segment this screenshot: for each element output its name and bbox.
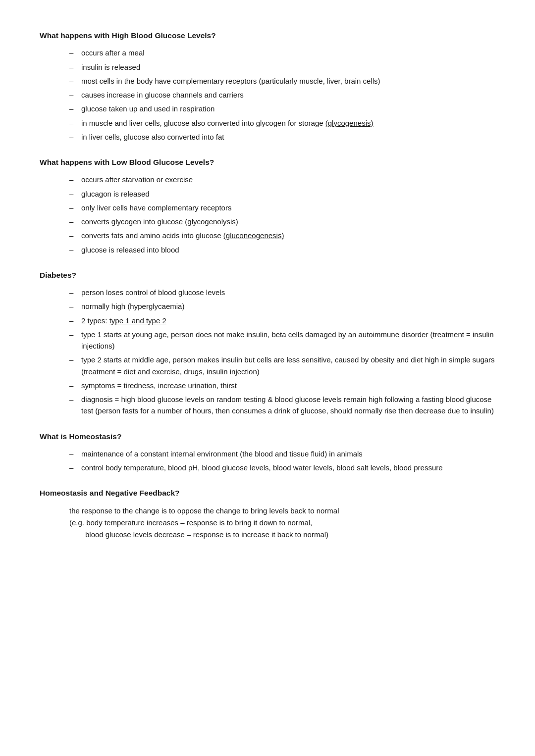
list-item: glucagon is released [69, 188, 495, 200]
high-blood-glucose-section: What happens with High Blood Glucose Lev… [40, 30, 495, 143]
list-item: causes increase in glucose channels and … [69, 89, 495, 101]
list-item: maintenance of a constant internal envir… [69, 448, 495, 459]
list-item: type 2 starts at middle age, person make… [69, 354, 495, 377]
list-item: diagnosis = high blood glucose levels on… [69, 394, 495, 417]
negative-feedback-heading: Homeostasis and Negative Feedback? [40, 487, 495, 499]
negative-feedback-section: Homeostasis and Negative Feedback? the r… [40, 487, 495, 540]
list-item: insulin is released [69, 61, 495, 73]
negative-feedback-line1: the response to the change is to oppose … [69, 505, 495, 517]
high-blood-glucose-heading: What happens with High Blood Glucose Lev… [40, 30, 495, 41]
list-item: glucose taken up and used in respiration [69, 103, 495, 114]
low-blood-glucose-list: occurs after starvation or exercise gluc… [40, 174, 495, 255]
diabetes-section: Diabetes? person loses control of blood … [40, 269, 495, 417]
list-item: converts glycogen into glucose (glycogen… [69, 216, 495, 227]
homeostasis-heading: What is Homeostasis? [40, 431, 495, 442]
negative-feedback-line2: (e.g. body temperature increases – respo… [69, 517, 495, 529]
list-item: in liver cells, glucose also converted i… [69, 131, 495, 143]
high-blood-glucose-list: occurs after a meal insulin is released … [40, 47, 495, 143]
list-item: control body temperature, blood pH, bloo… [69, 462, 495, 473]
list-item: symptoms = tiredness, increase urination… [69, 380, 495, 391]
list-item: converts fats and amino acids into gluco… [69, 230, 495, 241]
underline-glycogenesis: (glycogenesis) [325, 119, 374, 127]
list-item: normally high (hyperglycaemia) [69, 301, 495, 312]
homeostasis-section: What is Homeostasis? maintenance of a co… [40, 431, 495, 474]
list-item: only liver cells have complementary rece… [69, 202, 495, 213]
low-blood-glucose-section: What happens with Low Blood Glucose Leve… [40, 156, 495, 255]
list-item: type 1 starts at young age, person does … [69, 329, 495, 352]
list-item: in muscle and liver cells, glucose also … [69, 117, 495, 129]
list-item: glucose is released into blood [69, 244, 495, 255]
list-item: 2 types: type 1 and type 2 [69, 315, 495, 326]
underline-types: type 1 and type 2 [109, 316, 166, 325]
underline-gluconeogenesis: (gluconeogenesis) [223, 231, 284, 240]
diabetes-list: person loses control of blood glucose le… [40, 287, 495, 417]
list-item: occurs after starvation or exercise [69, 174, 495, 185]
list-item: most cells in the body have complementar… [69, 75, 495, 87]
list-item: person loses control of blood glucose le… [69, 287, 495, 298]
negative-feedback-line3: blood glucose levels decrease – response… [69, 529, 495, 541]
negative-feedback-body: the response to the change is to oppose … [40, 505, 495, 541]
diabetes-heading: Diabetes? [40, 269, 495, 281]
underline-glycogenolysis: (glycogenolysis) [185, 217, 238, 226]
homeostasis-list: maintenance of a constant internal envir… [40, 448, 495, 474]
list-item: occurs after a meal [69, 47, 495, 58]
low-blood-glucose-heading: What happens with Low Blood Glucose Leve… [40, 156, 495, 168]
